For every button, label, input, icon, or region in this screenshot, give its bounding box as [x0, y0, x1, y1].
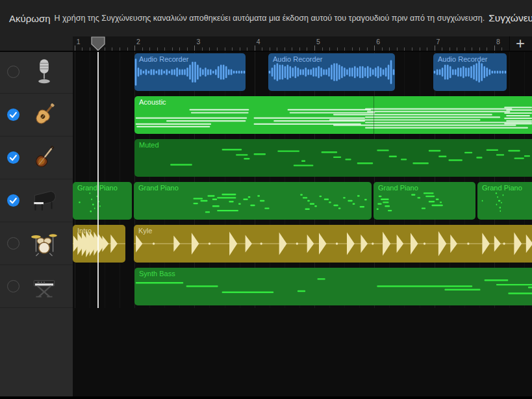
track-header-bass[interactable] [0, 136, 73, 179]
track-select-checkbox[interactable] [7, 109, 19, 121]
ruler-tick [337, 47, 338, 51]
region-label: Grand Piano [482, 184, 522, 192]
ruler-tick [240, 47, 240, 51]
ruler-tick [255, 45, 255, 51]
region-label: Intro [77, 227, 92, 235]
bar-number: 3 [196, 38, 200, 45]
region-audio-recorder[interactable]: Audio Recorder [134, 53, 246, 91]
ruler-tick [142, 47, 143, 51]
ruler-tick [352, 47, 353, 51]
track-header-grand-piano[interactable] [0, 179, 73, 222]
ruler-tick [127, 47, 128, 51]
region-audio-recorder[interactable]: Audio Recorder [268, 53, 395, 91]
region-grand-piano[interactable]: Grand Piano [374, 182, 475, 220]
ruler-tick [344, 47, 345, 51]
grid-line [90, 51, 90, 308]
region-grand-piano[interactable]: Grand Piano [477, 182, 532, 220]
track-lanes: Audio RecorderAudio RecorderAudio Record… [73, 51, 532, 396]
ruler-tick [359, 47, 360, 51]
cancel-button[interactable]: Ακύρωση [9, 13, 51, 24]
ruler-tick [277, 47, 277, 51]
region-synth-bass[interactable]: Synth Bass [134, 268, 532, 305]
bar-number: 8 [496, 38, 500, 45]
ruler-tick [472, 47, 472, 51]
bar-number: 1 [77, 38, 81, 45]
ruler-tick [382, 47, 383, 51]
ruler-tick [307, 47, 307, 51]
ruler-tick [75, 45, 75, 51]
ruler-tick [202, 47, 203, 51]
region-label: Grand Piano [378, 184, 418, 192]
region-label: Audio Recorder [438, 55, 487, 63]
ruler-tick [457, 47, 457, 51]
ruler-tick [487, 47, 487, 51]
playhead-marker[interactable] [91, 36, 105, 51]
track-select-checkbox[interactable] [7, 194, 19, 207]
ruler-tick [225, 47, 225, 51]
ruler-tick [232, 47, 233, 51]
ruler-tick [172, 47, 173, 51]
ruler-tick [442, 47, 442, 51]
ruler-tick [427, 47, 427, 51]
region-grand-piano[interactable]: Grand Piano [73, 182, 132, 220]
ruler-tick [187, 47, 188, 51]
ruler-tick [292, 47, 292, 51]
ruler-tick [179, 47, 180, 51]
ruler-tick [285, 47, 285, 51]
ruler-tick [112, 47, 112, 51]
add-track-button[interactable]: + [512, 35, 529, 52]
region-split [374, 96, 374, 134]
ruler-tick [149, 47, 150, 51]
ruler-tick [374, 45, 375, 51]
ruler-tick [450, 47, 450, 51]
bar-number: 5 [316, 38, 320, 45]
ruler-tick [501, 47, 502, 51]
bar-number: 7 [437, 38, 440, 45]
region-label: Synth Bass [139, 270, 175, 277]
merge-button[interactable]: Συγχώνευση [488, 12, 532, 24]
ruler-tick [322, 47, 323, 51]
region-label: Muted [139, 141, 159, 149]
timeline-ruler[interactable]: + 12345678 [73, 36, 532, 51]
ruler-tick [270, 47, 270, 51]
ruler-tick [464, 47, 465, 51]
grid-line [105, 51, 105, 308]
track-select-checkbox[interactable] [7, 151, 19, 164]
ruler-tick [479, 47, 480, 51]
ruler-tick [420, 47, 420, 51]
track-header-synth-bass[interactable] [0, 265, 73, 308]
ruler-tick [157, 47, 158, 51]
ruler-tick [329, 47, 330, 51]
grid-line [75, 51, 75, 308]
region-kyle[interactable]: Kyle [134, 225, 532, 263]
track-select-checkbox[interactable] [7, 280, 19, 292]
region-grand-piano[interactable]: Grand Piano [134, 182, 372, 220]
ruler-tick [262, 47, 262, 51]
ruler-tick [412, 47, 412, 51]
ruler-tick [299, 47, 300, 51]
track-select-checkbox[interactable] [7, 237, 19, 250]
track-header-audio-recorder[interactable] [0, 51, 73, 94]
ruler-tick [397, 47, 398, 51]
microphone-icon [29, 57, 59, 87]
track-select-checkbox[interactable] [7, 66, 19, 78]
track-header-acoustic-guitar[interactable] [0, 94, 73, 136]
ruler-strip: + 12345678 [0, 36, 532, 52]
ruler-tick [404, 47, 405, 51]
garageband-track-merge-screen: Ακύρωση Η χρήση της Συγχώνευσης καναλιών… [0, 0, 532, 399]
ruler-tick [164, 47, 165, 51]
ruler-tick [247, 47, 247, 51]
playhead-line [97, 51, 99, 308]
region-acoustic[interactable]: Acoustic [134, 96, 532, 134]
track-header-drums[interactable] [0, 222, 73, 265]
region-muted[interactable]: Muted [134, 139, 532, 177]
region-intro[interactable]: Intro [73, 225, 125, 263]
ruler-tick [120, 47, 120, 51]
region-label: Grand Piano [138, 184, 179, 192]
keyboard-icon [29, 272, 59, 302]
ruler-tick [134, 45, 135, 51]
region-audio-recorder[interactable]: Audio Recorder [433, 53, 507, 91]
ruler-tick [194, 45, 195, 51]
top-bar: Ακύρωση Η χρήση της Συγχώνευσης καναλιών… [0, 0, 532, 36]
ruler-tick [389, 47, 390, 51]
